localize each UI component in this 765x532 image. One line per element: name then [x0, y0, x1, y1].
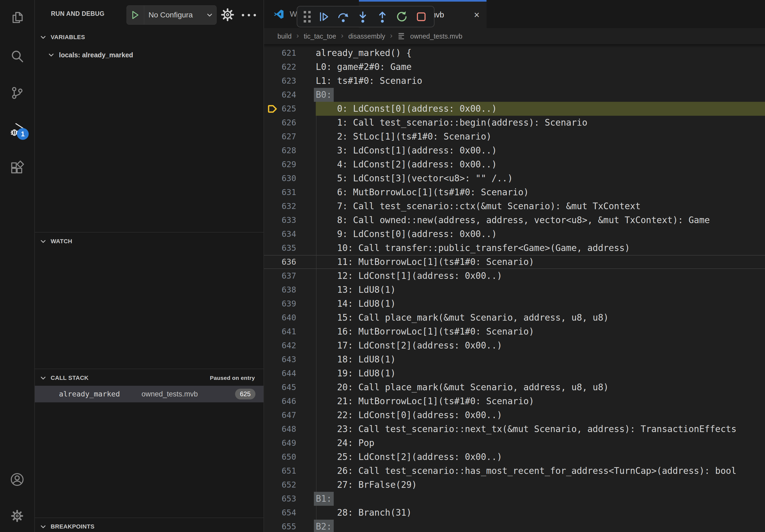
- account-icon[interactable]: [10, 472, 24, 487]
- extensions-icon[interactable]: [10, 160, 24, 175]
- code-line-629[interactable]: 629 4: LdConst[2](address: 0x00..): [264, 157, 765, 171]
- line-number[interactable]: 650: [264, 450, 296, 464]
- line-number[interactable]: 622: [264, 60, 296, 74]
- code-line-630[interactable]: 630 5: LdConst[3](vector<u8>: "" /..): [264, 171, 765, 185]
- more-actions-icon[interactable]: [242, 14, 256, 16]
- breadcrumb-item[interactable]: tic_tac_toe: [304, 32, 336, 40]
- restart-button[interactable]: [395, 10, 408, 23]
- line-number[interactable]: 648: [264, 422, 296, 436]
- breadcrumb-item[interactable]: disassembly: [348, 32, 385, 40]
- line-number[interactable]: 642: [264, 339, 296, 353]
- code-line-627[interactable]: 627 2: StLoc[1](ts#1#0: Scenario): [264, 130, 765, 143]
- line-number[interactable]: 635: [264, 241, 296, 255]
- debug-current-position-icon[interactable]: [267, 104, 278, 114]
- line-number[interactable]: 634: [264, 227, 296, 241]
- code-line-648[interactable]: 648 23: Call test_scenario::next_tx(&mut…: [264, 422, 765, 436]
- line-number[interactable]: 646: [264, 394, 296, 408]
- debug-settings-gear-icon[interactable]: [220, 7, 235, 23]
- search-icon[interactable]: [10, 49, 24, 64]
- line-number[interactable]: 630: [264, 171, 296, 185]
- code-line-636[interactable]: 636 11: MutBorrowLoc[1](ts#1#0: Scenario…: [264, 255, 765, 269]
- code-line-621[interactable]: 621already_marked() {: [264, 46, 765, 60]
- line-number[interactable]: 643: [264, 353, 296, 367]
- config-dropdown-label[interactable]: No Configura: [144, 11, 203, 19]
- line-number[interactable]: 628: [264, 143, 296, 157]
- line-number[interactable]: 640: [264, 311, 296, 325]
- line-number[interactable]: 626: [264, 116, 296, 130]
- code-line-643[interactable]: 643 18: LdU8(1): [264, 353, 765, 367]
- line-number[interactable]: 654: [264, 506, 296, 520]
- code-line-654[interactable]: 654 28: Branch(31): [264, 506, 765, 520]
- code-line-640[interactable]: 640 15: Call place_mark(&mut Scenario, a…: [264, 311, 765, 325]
- code-line-631[interactable]: 631 6: MutBorrowLoc[1](ts#1#0: Scenario): [264, 185, 765, 199]
- run-and-debug-icon[interactable]: 1: [10, 122, 24, 136]
- line-number[interactable]: 638: [264, 283, 296, 297]
- line-number[interactable]: 641: [264, 325, 296, 339]
- drag-grip-icon[interactable]: [304, 11, 311, 23]
- line-number[interactable]: 651: [264, 464, 296, 478]
- code-line-650[interactable]: 650 25: LdConst[2](address: 0x00..): [264, 450, 765, 464]
- breakpoints-section-header[interactable]: BREAKPOINTS: [35, 520, 264, 532]
- code-line-625[interactable]: 625 0: LdConst[0](address: 0x00..): [264, 102, 765, 116]
- line-number[interactable]: 636: [264, 255, 296, 269]
- code-line-624[interactable]: 624B0:: [264, 88, 765, 102]
- breadcrumb-item[interactable]: owned_tests.mvb: [410, 32, 462, 40]
- code-line-642[interactable]: 642 17: LdConst[2](address: 0x00..): [264, 339, 765, 353]
- variables-section-header[interactable]: VARIABLES: [35, 31, 264, 43]
- code-editor[interactable]: 621already_marked() {622L0: game#2#0: Ga…: [264, 46, 765, 532]
- code-line-655[interactable]: 655B2:: [264, 520, 765, 532]
- code-line-632[interactable]: 632 7: Call test_scenario::ctx(&mut Scen…: [264, 199, 765, 213]
- code-line-638[interactable]: 638 13: LdU8(1): [264, 283, 765, 297]
- source-control-icon[interactable]: [10, 86, 24, 100]
- close-icon[interactable]: ×: [474, 10, 479, 20]
- line-number[interactable]: 631: [264, 185, 296, 199]
- explorer-icon[interactable]: [10, 11, 24, 25]
- line-number[interactable]: 633: [264, 213, 296, 227]
- code-line-633[interactable]: 633 8: Call owned::new(address, address,…: [264, 213, 765, 227]
- code-line-623[interactable]: 623L1: ts#1#0: Scenario: [264, 74, 765, 88]
- code-line-645[interactable]: 645 20: Call place_mark(&mut Scenario, a…: [264, 381, 765, 394]
- line-number[interactable]: 621: [264, 46, 296, 60]
- line-number[interactable]: 649: [264, 436, 296, 450]
- stop-button[interactable]: [415, 10, 427, 23]
- code-line-622[interactable]: 622L0: game#2#0: Game: [264, 60, 765, 74]
- line-number[interactable]: 645: [264, 381, 296, 394]
- code-line-637[interactable]: 637 12: LdConst[1](address: 0x00..): [264, 269, 765, 283]
- line-number[interactable]: 653: [264, 492, 296, 506]
- code-line-647[interactable]: 647 22: LdConst[0](address: 0x00..): [264, 408, 765, 422]
- breadcrumb-item[interactable]: build: [278, 32, 292, 40]
- step-over-button[interactable]: [337, 10, 350, 23]
- line-number[interactable]: 639: [264, 297, 296, 311]
- code-line-651[interactable]: 651 26: Call test_scenario::has_most_rec…: [264, 464, 765, 478]
- code-line-626[interactable]: 626 1: Call test_scenario::begin(address…: [264, 116, 765, 130]
- locals-scope-row[interactable]: locals: already_marked: [35, 49, 264, 61]
- chevron-down-icon[interactable]: [203, 12, 216, 19]
- code-line-635[interactable]: 635 10: Call transfer::public_transfer<G…: [264, 241, 765, 255]
- line-number[interactable]: 637: [264, 269, 296, 283]
- line-number[interactable]: 627: [264, 130, 296, 143]
- line-number[interactable]: 623: [264, 74, 296, 88]
- continue-button[interactable]: [318, 10, 330, 23]
- code-line-653[interactable]: 653B1:: [264, 492, 765, 506]
- code-line-628[interactable]: 628 3: LdConst[1](address: 0x00..): [264, 143, 765, 157]
- start-debug-icon[interactable]: [127, 6, 144, 24]
- line-number[interactable]: 629: [264, 157, 296, 171]
- watch-section-header[interactable]: WATCH: [35, 235, 264, 247]
- line-number[interactable]: 652: [264, 478, 296, 492]
- step-out-button[interactable]: [376, 10, 389, 23]
- debug-config-control[interactable]: No Configura: [127, 5, 217, 25]
- code-line-634[interactable]: 634 9: LdConst[0](address: 0x00..): [264, 227, 765, 241]
- line-number[interactable]: 624: [264, 88, 296, 102]
- code-line-639[interactable]: 639 14: LdU8(1): [264, 297, 765, 311]
- code-line-646[interactable]: 646 21: MutBorrowLoc[1](ts#1#0: Scenario…: [264, 394, 765, 408]
- code-line-649[interactable]: 649 24: Pop: [264, 436, 765, 450]
- step-into-button[interactable]: [357, 10, 369, 23]
- code-line-652[interactable]: 652 27: BrFalse(29): [264, 478, 765, 492]
- line-number[interactable]: 655: [264, 520, 296, 532]
- call-stack-section-header[interactable]: CALL STACK Paused on entry: [35, 372, 264, 384]
- line-number[interactable]: 647: [264, 408, 296, 422]
- settings-gear-icon[interactable]: [10, 509, 24, 523]
- line-number[interactable]: 644: [264, 367, 296, 381]
- code-line-641[interactable]: 641 16: MutBorrowLoc[1](ts#1#0: Scenario…: [264, 325, 765, 339]
- call-stack-frame-row[interactable]: already_marked owned_tests.mvb 625: [35, 386, 264, 402]
